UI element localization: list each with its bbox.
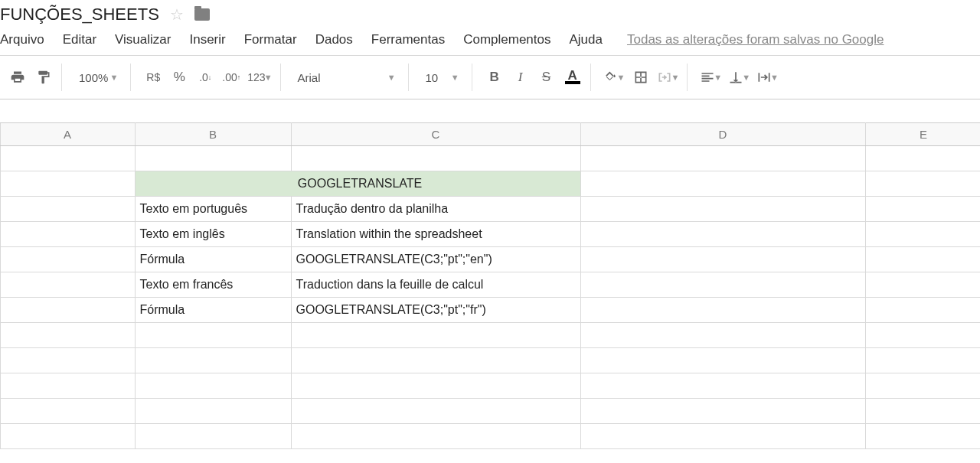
menu-editar[interactable]: Editar bbox=[63, 32, 96, 47]
cell[interactable] bbox=[0, 272, 135, 298]
row-5: Fórmula GOOGLETRANSLATE(C3;"pt";"en") bbox=[0, 247, 980, 272]
cell[interactable]: Traduction dans la feuille de calcul bbox=[291, 272, 580, 298]
cell[interactable] bbox=[0, 399, 135, 424]
cell[interactable] bbox=[291, 146, 580, 171]
cell[interactable] bbox=[580, 399, 865, 424]
strike-button[interactable]: S bbox=[537, 67, 557, 88]
cell[interactable] bbox=[580, 272, 865, 298]
cell[interactable] bbox=[580, 171, 865, 197]
cell[interactable] bbox=[580, 348, 865, 373]
cell[interactable] bbox=[580, 424, 865, 449]
col-header-d[interactable]: D bbox=[580, 123, 865, 146]
cell[interactable] bbox=[0, 373, 135, 399]
cell[interactable] bbox=[135, 373, 291, 399]
v-align-button[interactable]: ▼ bbox=[728, 67, 750, 88]
zoom-select[interactable]: 100% ▼ bbox=[74, 71, 122, 84]
print-icon[interactable] bbox=[8, 67, 28, 88]
cell[interactable] bbox=[865, 348, 980, 373]
star-icon[interactable]: ☆ bbox=[170, 5, 184, 24]
wrap-button[interactable]: ▼ bbox=[756, 67, 779, 88]
h-align-button[interactable]: ▼ bbox=[700, 67, 722, 88]
cell-merged-header[interactable]: GOOGLETRANSLATE bbox=[135, 171, 580, 197]
cell[interactable] bbox=[135, 348, 291, 373]
borders-button[interactable] bbox=[631, 67, 651, 88]
cell[interactable] bbox=[580, 146, 865, 171]
cell[interactable] bbox=[580, 323, 865, 348]
menu-ajuda[interactable]: Ajuda bbox=[570, 32, 603, 47]
cell[interactable] bbox=[865, 146, 980, 171]
cell[interactable] bbox=[865, 272, 980, 298]
cell[interactable]: Tradução dentro da planilha bbox=[291, 197, 580, 222]
bold-button[interactable]: B bbox=[485, 67, 505, 88]
cell[interactable] bbox=[135, 323, 291, 348]
cell[interactable] bbox=[865, 399, 980, 424]
cell[interactable] bbox=[580, 222, 865, 247]
cell[interactable] bbox=[865, 197, 980, 222]
cell[interactable] bbox=[580, 247, 865, 272]
col-header-c[interactable]: C bbox=[291, 123, 580, 146]
cell[interactable] bbox=[135, 146, 291, 171]
currency-button[interactable]: R$ bbox=[143, 67, 163, 88]
row-10 bbox=[0, 373, 980, 399]
col-header-b[interactable]: B bbox=[135, 123, 291, 146]
cell[interactable]: Texto em francês bbox=[135, 272, 291, 298]
menu-ferramentas[interactable]: Ferramentas bbox=[371, 32, 445, 47]
cell[interactable] bbox=[0, 348, 135, 373]
folder-icon[interactable] bbox=[194, 8, 210, 21]
paint-format-icon[interactable] bbox=[34, 67, 54, 88]
cell[interactable]: GOOGLETRANSLATE(C3;"pt";"en") bbox=[291, 247, 580, 272]
menu-arquivo[interactable]: Arquivo bbox=[0, 32, 44, 47]
cell[interactable] bbox=[135, 399, 291, 424]
cell[interactable] bbox=[291, 399, 580, 424]
cell[interactable] bbox=[291, 424, 580, 449]
cell[interactable] bbox=[291, 348, 580, 373]
menu-complementos[interactable]: Complementos bbox=[463, 32, 550, 47]
cell[interactable] bbox=[865, 323, 980, 348]
cell[interactable]: GOOGLETRANSLATE(C3;"pt";"fr") bbox=[291, 298, 580, 323]
cell[interactable]: Texto em inglês bbox=[135, 222, 291, 247]
percent-button[interactable]: % bbox=[169, 67, 189, 88]
decrease-decimal-button[interactable]: .0↓ bbox=[195, 67, 215, 88]
cell[interactable] bbox=[0, 197, 135, 222]
spreadsheet-grid[interactable]: A B C D E GOOGLETRANSLATE Texto em portu… bbox=[0, 122, 980, 449]
cell[interactable] bbox=[0, 298, 135, 323]
fill-color-button[interactable]: ▼ bbox=[603, 67, 626, 88]
cell[interactable] bbox=[865, 373, 980, 399]
cell[interactable] bbox=[865, 171, 980, 197]
format-123-button[interactable]: 123 ▼ bbox=[247, 67, 272, 88]
save-status[interactable]: Todas as alterações foram salvas no Goog… bbox=[627, 32, 884, 47]
cell[interactable] bbox=[580, 373, 865, 399]
cell[interactable]: Texto em português bbox=[135, 197, 291, 222]
cell[interactable] bbox=[0, 323, 135, 348]
merge-cells-button[interactable]: ▼ bbox=[657, 67, 679, 88]
cell[interactable]: Fórmula bbox=[135, 247, 291, 272]
cell[interactable] bbox=[0, 247, 135, 272]
col-header-a[interactable]: A bbox=[0, 123, 135, 146]
cell[interactable] bbox=[0, 222, 135, 247]
cell[interactable] bbox=[135, 424, 291, 449]
cell[interactable] bbox=[865, 298, 980, 323]
cell[interactable] bbox=[865, 424, 980, 449]
fontsize-select[interactable]: 10 ▼ bbox=[421, 71, 464, 84]
doc-title[interactable]: FUNÇÕES_SHEETS bbox=[0, 5, 159, 24]
cell[interactable] bbox=[580, 298, 865, 323]
cell[interactable]: Translation within the spreadsheet bbox=[291, 222, 580, 247]
menu-dados[interactable]: Dados bbox=[315, 32, 353, 47]
cell[interactable] bbox=[865, 247, 980, 272]
cell[interactable] bbox=[0, 424, 135, 449]
cell[interactable]: Fórmula bbox=[135, 298, 291, 323]
cell[interactable] bbox=[291, 373, 580, 399]
text-color-button[interactable]: A bbox=[563, 67, 583, 88]
italic-button[interactable]: I bbox=[511, 67, 531, 88]
menu-formatar[interactable]: Formatar bbox=[244, 32, 297, 47]
col-header-e[interactable]: E bbox=[865, 123, 980, 146]
increase-decimal-button[interactable]: .00↑ bbox=[221, 67, 241, 88]
menu-visualizar[interactable]: Visualizar bbox=[115, 32, 171, 47]
cell[interactable] bbox=[865, 222, 980, 247]
menu-inserir[interactable]: Inserir bbox=[189, 32, 225, 47]
cell[interactable] bbox=[0, 146, 135, 171]
font-select[interactable]: Arial ▼ bbox=[293, 71, 400, 84]
cell[interactable] bbox=[580, 197, 865, 222]
cell[interactable] bbox=[0, 171, 135, 197]
cell[interactable] bbox=[291, 323, 580, 348]
